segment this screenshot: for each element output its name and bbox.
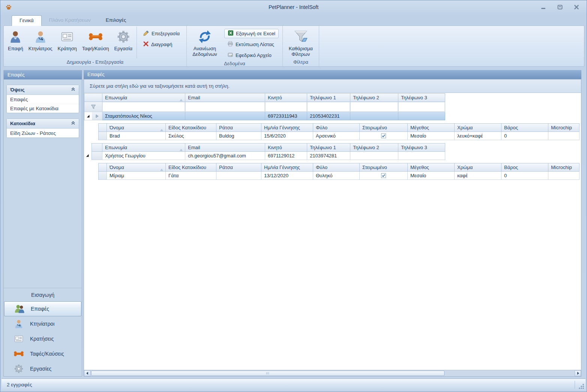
cell-phone2[interactable] — [350, 152, 398, 160]
pet-column-onoma[interactable]: Όνομα — [107, 163, 166, 172]
minimize-button[interactable] — [539, 4, 548, 10]
cell-pet-breed[interactable]: Buldog — [216, 132, 261, 140]
scrollbar-track[interactable] — [90, 370, 575, 376]
scroll-left-icon[interactable] — [84, 370, 90, 376]
cell-pet-name[interactable]: Μίριαμ — [107, 172, 166, 180]
chevron-up-icon[interactable] — [71, 121, 75, 126]
group-by-bar[interactable]: Σύρετε μια στήλη εδώ για να ταξινομήσετε… — [84, 79, 581, 93]
collapse-row-icon[interactable] — [86, 154, 89, 157]
cell-mobile[interactable]: 69723311943 — [265, 112, 307, 120]
filter-input-tilefono1[interactable] — [307, 102, 350, 112]
column-header-kinito[interactable]: Κινητό — [265, 94, 307, 102]
sidebar-item-burials[interactable]: Ταφές/Καύσεις — [4, 346, 82, 361]
table-row-contact-2[interactable]: Χρήστος Γεωργίου ch.georgiou57@gmail.com… — [92, 152, 445, 160]
filter-funnel-icon[interactable] — [84, 102, 102, 112]
filter-input-eponymia[interactable] — [102, 102, 185, 112]
pet-column-varos[interactable]: Βάρος — [501, 163, 548, 172]
cell-name[interactable]: Χρήστος Γεωργίου — [102, 152, 185, 160]
cell-phone1[interactable]: 2103974281 — [307, 152, 350, 160]
cell-phone2[interactable] — [350, 112, 398, 120]
cell-pet-name[interactable]: Brad — [107, 132, 166, 140]
column-header-tilefono2[interactable]: Τηλέφωνο 2 — [350, 94, 398, 102]
column-header-kinito[interactable]: Κινητό — [265, 144, 307, 152]
cell-pet-size[interactable]: Μεσαίο — [408, 132, 455, 140]
sidebar-item-contacts[interactable]: Επαφές — [4, 301, 81, 316]
pet-column-fylo[interactable]: Φύλο — [313, 124, 360, 132]
column-header-eponymia[interactable]: Επωνυμία — [102, 94, 185, 102]
pet-column-ratsa[interactable]: Ράτσα — [216, 124, 261, 132]
sidebar-item-tasks[interactable]: Εργασίες — [4, 361, 82, 376]
burial-button[interactable]: Ταφή/Καύση — [80, 27, 112, 58]
sidebar-item-contacts-view[interactable]: Επαφές — [7, 95, 79, 104]
tab-genika[interactable]: Γενικά — [12, 15, 42, 26]
filter-input-tilefono3[interactable] — [398, 102, 445, 112]
pet-column-fylo[interactable]: Φύλο — [313, 163, 360, 172]
export-excel-button[interactable]: Εξαγωγή σε Excel — [224, 29, 279, 38]
pet-column-megethos[interactable]: Μέγεθος — [408, 124, 455, 132]
neutered-checkbox[interactable] — [360, 172, 408, 180]
cell-pet-sex[interactable]: Θυληκό — [313, 172, 360, 180]
horizontal-scrollbar[interactable] — [84, 370, 581, 376]
pets-group-header[interactable]: Κατοικίδια — [7, 119, 79, 129]
pet-column-xroma[interactable]: Χρώμα — [455, 163, 501, 172]
chevron-up-icon[interactable] — [71, 87, 75, 93]
column-header-tilefono1[interactable]: Τηλέφωνο 1 — [307, 94, 350, 102]
cell-pet-sex[interactable]: Αρσενικό — [313, 132, 360, 140]
cell-phone3[interactable] — [398, 112, 445, 120]
column-header-eponymia[interactable]: Επωνυμία — [102, 144, 185, 152]
sidebar-item-species-breeds[interactable]: Είδη Ζώων - Ράτσες — [7, 129, 79, 138]
vet-button[interactable]: Κτηνίατρος — [26, 27, 55, 58]
cell-pet-breed[interactable] — [216, 172, 261, 180]
sidebar-item-vets[interactable]: Κτηνίατροι — [4, 316, 82, 331]
table-row-contact-1[interactable]: Σταματόπουλος Νίκος 69723311943 21053402… — [84, 112, 445, 120]
maximize-button[interactable] — [556, 4, 564, 10]
cell-pet-color[interactable]: καφέ — [455, 172, 501, 180]
cell-pet-color[interactable]: λευκό+καφέ — [455, 132, 501, 140]
table-row-pet-brad[interactable]: Brad Σκύλος Buldog 15/6/2020 Αρσενικό Με… — [99, 132, 579, 140]
filter-input-tilefono2[interactable] — [350, 102, 398, 112]
resize-grip[interactable] — [579, 384, 584, 389]
contact-button[interactable]: Επαφή — [5, 27, 26, 58]
pet-column-megethos[interactable]: Μέγεθος — [408, 163, 455, 172]
pet-column-xroma[interactable]: Χρώμα — [455, 124, 501, 132]
scrollbar-thumb[interactable] — [91, 371, 444, 376]
cell-phone3[interactable] — [398, 152, 445, 160]
cell-phone1[interactable]: 21053402231 — [307, 112, 350, 120]
pet-column-varos[interactable]: Βάρος — [501, 124, 548, 132]
cell-pet-microchip[interactable] — [548, 172, 579, 180]
cell-name[interactable]: Σταματόπουλος Νίκος — [102, 112, 185, 120]
cell-pet-birth[interactable]: 13/12/2020 — [261, 172, 313, 180]
clear-filters-button[interactable]: Καθάρισμα Φίλτρων — [284, 27, 317, 58]
cell-pet-species[interactable]: Γάτα — [166, 172, 216, 180]
column-header-tilefono1[interactable]: Τηλέφωνο 1 — [307, 144, 350, 152]
column-header-tilefono3[interactable]: Τηλέφωνο 3 — [398, 144, 445, 152]
refresh-data-button[interactable]: Ανανέωση Δεδομένων — [188, 27, 221, 60]
pet-column-microchip[interactable]: Microchip — [548, 124, 579, 132]
sidebar-item-contacts-with-pets-view[interactable]: Επαφές με Κατοικίδια — [7, 104, 79, 113]
column-header-tilefono2[interactable]: Τηλέφωνο 2 — [350, 144, 398, 152]
cell-mobile[interactable]: 6971129012 — [265, 152, 307, 160]
neutered-checkbox[interactable] — [360, 132, 408, 140]
backup-file-button[interactable]: Εφεδρικό Αρχείο — [224, 51, 279, 60]
table-row-pet-miriam[interactable]: Μίριαμ Γάτα 13/12/2020 Θυληκό Μεσαίο καφ… — [99, 172, 579, 180]
column-header-email[interactable]: Email — [185, 94, 265, 102]
pet-column-eidos[interactable]: Είδος Κατοικίδιου — [166, 124, 216, 132]
close-button[interactable] — [572, 4, 581, 10]
pet-column-gennisi[interactable]: Ημ/νία Γέννησης — [261, 124, 313, 132]
collapse-row-icon[interactable] — [84, 112, 92, 120]
filter-input-kinito[interactable] — [265, 102, 307, 112]
pet-column-ratsa[interactable]: Ράτσα — [216, 163, 261, 172]
views-group-header[interactable]: Όψεις — [7, 85, 79, 95]
filter-input-email[interactable] — [185, 102, 265, 112]
scroll-right-icon[interactable] — [575, 370, 581, 376]
cell-pet-species[interactable]: Σκύλος — [166, 132, 216, 140]
print-list-button[interactable]: Εκτύπωση Λίστας — [224, 40, 279, 49]
pet-column-onoma[interactable]: Όνομα — [107, 124, 166, 132]
pet-column-microchip[interactable]: Microchip — [548, 163, 579, 172]
task-button[interactable]: Εργασία — [112, 27, 135, 58]
cell-email[interactable] — [185, 112, 265, 120]
pet-column-eidos[interactable]: Είδος Κατοικίδιου — [166, 163, 216, 172]
column-header-tilefono3[interactable]: Τηλέφωνο 3 — [398, 94, 445, 102]
pet-column-steiromeno[interactable]: Στειρωμένο — [360, 124, 408, 132]
sidebar-item-bookings[interactable]: Κρατήσεις — [4, 331, 82, 346]
